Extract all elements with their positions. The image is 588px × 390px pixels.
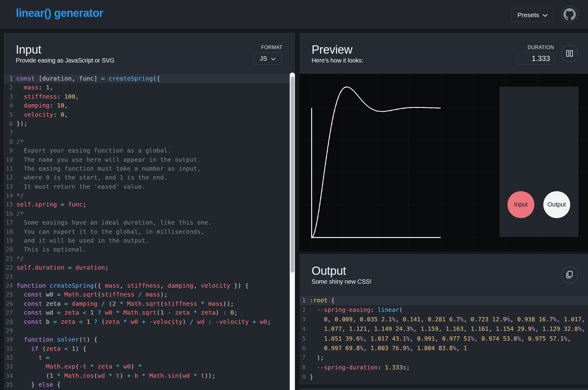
line-number: 5 xyxy=(300,334,306,343)
code-line: 17 Some easings have an ideal duration, … xyxy=(4,218,295,227)
input-code-editor[interactable]: 1const [duration, func] = createSpring({… xyxy=(4,74,295,390)
code-text xyxy=(13,272,17,281)
output-panel-title: Output xyxy=(312,264,346,278)
next-panel-sliver xyxy=(300,388,588,390)
code-line: 13 It must return the 'eased' value. xyxy=(4,182,295,191)
output-code-editor[interactable]: 1:root {2 --spring-easing: linear(3 0, 0… xyxy=(300,295,588,384)
format-select[interactable]: JS xyxy=(254,52,282,65)
line-number: 14 xyxy=(4,191,13,200)
code-line: 33 Math.exp(-t * zeta * w0) * xyxy=(4,362,295,371)
line-number: 25 xyxy=(4,290,13,299)
code-text: Some easings have an ideal duration, lik… xyxy=(13,218,212,227)
code-line: 27 const wd = zeta < 1 ? w0 * Math.sqrt(… xyxy=(4,308,295,317)
code-text: You can export it to the global, in mill… xyxy=(13,227,205,236)
line-number: 35 xyxy=(4,380,13,389)
code-text: The easing function must take a number a… xyxy=(13,164,201,173)
preview-panel-title: Preview xyxy=(312,43,352,56)
code-line: 4 1.077, 1.121, 1.149 24.3%, 1.159, 1.16… xyxy=(300,324,588,334)
app-title: linear() generator xyxy=(16,7,103,20)
line-number: 4 xyxy=(300,324,306,334)
duration-input[interactable] xyxy=(518,52,554,65)
line-number: 9 xyxy=(300,372,306,382)
code-line: 24function createSpring({ mass, stiffnes… xyxy=(4,281,295,290)
input-panel-subtitle: Provide easing as JavaScript or SVG xyxy=(16,57,115,64)
code-text: self.spring = func; xyxy=(13,200,87,209)
code-line: 20 This is optional. xyxy=(4,245,295,254)
line-number: 29 xyxy=(4,326,13,335)
code-text: This is optional. xyxy=(13,245,87,254)
github-icon xyxy=(564,8,576,21)
code-text: ); xyxy=(306,353,324,362)
line-number: 19 xyxy=(4,236,13,245)
scrollbar-thumb[interactable] xyxy=(291,77,294,273)
chevron-down-icon xyxy=(271,55,276,62)
code-line: 9 Export your easing function as a globa… xyxy=(4,146,295,155)
code-text: t = xyxy=(13,353,50,362)
line-number: 30 xyxy=(4,335,13,344)
format-select-value: JS xyxy=(260,55,267,62)
line-number: 2 xyxy=(4,83,13,92)
line-number: 17 xyxy=(4,218,13,227)
demo-output-ball: Output xyxy=(543,191,570,218)
code-line: 32 t = xyxy=(4,353,295,362)
code-line: 15self.spring = func; xyxy=(4,200,295,209)
code-line: 5 1.051 39.6%, 1.017 43.1%, 0.991, 0.977… xyxy=(300,334,588,343)
input-editor-scrollbar[interactable] xyxy=(290,73,295,390)
code-text: Math.exp(-t * zeta * w0) * xyxy=(13,362,142,371)
github-link[interactable] xyxy=(561,6,578,23)
preview-panel-header: Preview Here's how it looks: DURATION xyxy=(300,33,588,74)
presets-button[interactable]: Presets xyxy=(511,8,553,22)
code-text xyxy=(13,326,17,335)
line-number: 28 xyxy=(4,317,13,326)
pause-icon xyxy=(566,50,573,57)
code-line: 1:root { xyxy=(300,296,588,305)
code-line: 5 velocity: 0, xyxy=(4,110,295,119)
code-text: velocity: 0, xyxy=(13,110,68,119)
line-number: 1 xyxy=(4,74,13,83)
code-text: } xyxy=(306,372,313,382)
code-text: stiffness: 100, xyxy=(13,92,79,101)
code-text: Export your easing function as a global. xyxy=(13,146,172,155)
code-text: :root { xyxy=(306,296,335,305)
code-line: 22self.duration = duration; xyxy=(4,263,295,272)
line-number: 11 xyxy=(4,164,13,173)
code-line: 8/* xyxy=(4,137,295,146)
code-line: 29 xyxy=(4,326,295,335)
line-number: 3 xyxy=(300,315,306,324)
code-text: It must return the 'eased' value. xyxy=(13,182,145,191)
line-number: 4 xyxy=(4,101,13,110)
code-text: } else { xyxy=(13,380,61,389)
copy-button[interactable] xyxy=(561,266,578,283)
line-number: 16 xyxy=(4,209,13,218)
line-number: 3 xyxy=(4,92,13,101)
presets-label: Presets xyxy=(517,11,539,19)
code-text: /* xyxy=(13,137,24,146)
line-number: 10 xyxy=(4,155,13,164)
line-number: 5 xyxy=(4,110,13,119)
code-text: 0.997 69.8%, 1.003 76.9%, 1.004 83.8%, 1 xyxy=(306,343,467,353)
code-line: 2 --spring-easing: linear( xyxy=(300,305,588,315)
format-label: FORMAT xyxy=(261,45,282,50)
code-text: where 0 is the start, and 1 is the end. xyxy=(13,173,168,182)
preview-graph: Input Output xyxy=(300,74,588,251)
code-line: 7 ); xyxy=(300,353,588,362)
line-number: 15 xyxy=(4,200,13,209)
code-line: 8 --spring-duration: 1.333s; xyxy=(300,363,588,372)
line-number: 26 xyxy=(4,299,13,308)
code-text: self.duration = duration; xyxy=(13,263,109,272)
pause-button[interactable] xyxy=(561,45,578,62)
line-number: 7 xyxy=(300,353,306,362)
code-text: }); xyxy=(13,119,28,128)
code-text: --spring-easing: linear( xyxy=(306,305,403,315)
line-number: 31 xyxy=(4,344,13,353)
code-line: 7 xyxy=(4,128,295,137)
demo-input-ball: Input xyxy=(507,191,534,218)
line-number: 24 xyxy=(4,281,13,290)
demo-output-label: Output xyxy=(548,201,566,208)
code-line: 18 You can export it to the global, in m… xyxy=(4,227,295,236)
code-text: /* xyxy=(13,209,24,218)
code-line: 1const [duration, func] = createSpring({ xyxy=(4,74,295,83)
chevron-down-icon xyxy=(543,11,548,19)
code-line: 16/* xyxy=(4,209,295,218)
code-text: 1.077, 1.121, 1.149 24.3%, 1.159, 1.163,… xyxy=(306,324,585,334)
